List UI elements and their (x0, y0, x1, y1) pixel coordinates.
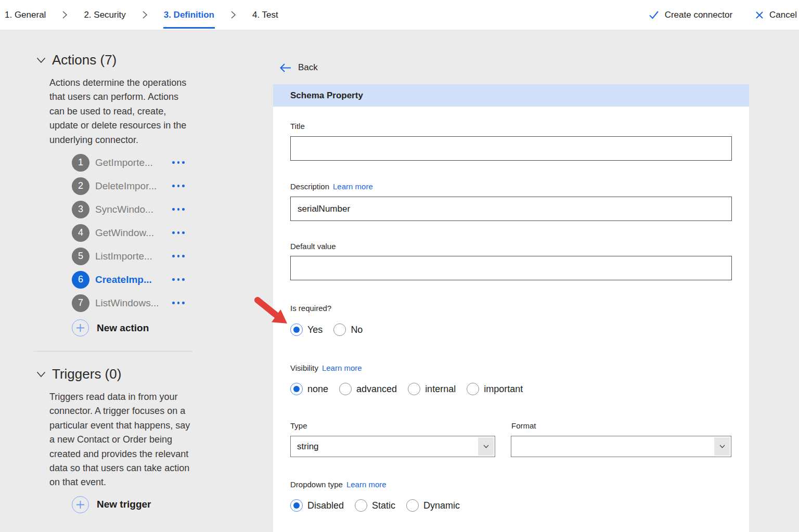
action-number-badge: 5 (72, 248, 89, 265)
radio-unselected-icon (355, 499, 367, 512)
radio-unselected-icon (408, 383, 420, 395)
chevron-right-icon (142, 10, 148, 19)
title-input[interactable] (290, 136, 732, 161)
actions-list: 1 GetImporte... 2 DeleteImpor... 3 SyncW… (34, 151, 200, 315)
tab-security[interactable]: 2. Security (84, 10, 125, 20)
radio-advanced-label: advanced (356, 384, 397, 395)
triggers-section-title: Triggers (0) (52, 366, 121, 382)
radio-selected-icon (290, 499, 303, 512)
type-label: Type (290, 421, 307, 430)
panel-title: Schema Property (273, 84, 749, 107)
radio-internal[interactable]: internal (408, 383, 456, 395)
new-action-button[interactable]: New action (34, 316, 200, 340)
triggers-section-toggle[interactable]: Triggers (0) (34, 366, 200, 382)
action-number-badge: 1 (72, 154, 89, 172)
more-options-icon[interactable] (171, 183, 186, 189)
radio-selected-icon (290, 323, 303, 336)
action-item-3[interactable]: 3 SyncWindo... (34, 198, 200, 221)
action-item-7[interactable]: 7 ListWindows... (34, 291, 200, 315)
description-learn-more-link[interactable]: Learn more (333, 182, 373, 191)
action-label: CreateImp... (95, 274, 163, 286)
actions-section-toggle[interactable]: Actions (7) (34, 52, 200, 68)
radio-unselected-icon (406, 499, 419, 512)
action-item-4[interactable]: 4 GetWindow... (34, 221, 200, 244)
cancel-label: Cancel (769, 10, 797, 20)
more-options-icon[interactable] (171, 253, 186, 259)
chevron-down-icon (478, 437, 494, 456)
type-select[interactable]: string (290, 436, 495, 457)
radio-unselected-icon (339, 383, 352, 395)
radio-selected-icon (290, 383, 303, 395)
radio-advanced[interactable]: advanced (339, 383, 397, 395)
action-number-badge: 4 (72, 224, 89, 242)
radio-yes[interactable]: Yes (290, 323, 323, 336)
type-select-value: string (297, 436, 319, 457)
action-number-badge: 3 (72, 201, 89, 218)
visibility-label: Visibility (290, 364, 318, 372)
definition-sidebar: Actions (7) Actions determine the operat… (34, 52, 200, 516)
more-options-icon[interactable] (171, 276, 186, 283)
back-arrow-icon (279, 63, 291, 73)
radio-no[interactable]: No (333, 323, 363, 336)
more-options-icon[interactable] (171, 159, 186, 166)
action-number-badge: 6 (72, 271, 89, 289)
action-label: ListWindows... (95, 297, 163, 309)
is-required-label: Is required? (290, 304, 331, 313)
action-item-2[interactable]: 2 DeleteImpor... (34, 174, 200, 198)
wizard-steps: 1. General 2. Security 3. Definition 4. … (0, 10, 278, 20)
action-label: GetImporte... (95, 157, 163, 168)
more-options-icon[interactable] (171, 300, 186, 306)
create-connector-button[interactable]: Create connector (649, 10, 732, 20)
radio-no-label: No (351, 325, 363, 335)
back-label: Back (298, 62, 318, 73)
action-item-6-selected[interactable]: 6 CreateImp... (34, 268, 200, 291)
action-label: SyncWindo... (95, 204, 163, 215)
action-item-1[interactable]: 1 GetImporte... (34, 151, 200, 174)
dropdown-type-radio-group: Disabled Static Dynamic (290, 499, 460, 512)
radio-static[interactable]: Static (355, 499, 395, 512)
radio-disabled[interactable]: Disabled (290, 499, 344, 512)
tab-general[interactable]: 1. General (5, 10, 46, 20)
dropdown-type-learn-more-link[interactable]: Learn more (346, 480, 386, 489)
sidebar-divider (34, 351, 192, 352)
title-label: Title (290, 122, 305, 131)
chevron-down-icon (714, 437, 730, 456)
format-select[interactable] (511, 436, 731, 457)
chevron-down-icon (36, 57, 46, 63)
new-trigger-button[interactable]: New trigger (34, 493, 200, 516)
action-number-badge: 2 (72, 177, 89, 195)
radio-static-label: Static (372, 500, 395, 511)
checkmark-icon (649, 10, 659, 19)
visibility-radio-group: none advanced internal important (290, 383, 523, 395)
radio-unselected-icon (333, 323, 346, 336)
default-value-input[interactable] (290, 256, 732, 280)
new-trigger-label: New trigger (97, 499, 151, 510)
radio-important-label: important (484, 384, 523, 395)
cancel-button[interactable]: Cancel (755, 10, 797, 20)
triggers-description: Triggers read data in from your connecto… (49, 390, 191, 490)
wizard-nav: 1. General 2. Security 3. Definition 4. … (0, 0, 799, 30)
actions-description: Actions determine the operations that us… (49, 76, 191, 147)
tab-test[interactable]: 4. Test (252, 10, 278, 20)
more-options-icon[interactable] (171, 206, 186, 213)
chevron-right-icon (62, 10, 68, 19)
create-connector-label: Create connector (665, 10, 732, 20)
schema-property-panel: Schema Property Title Description Learn … (273, 84, 749, 532)
chevron-down-icon (36, 371, 46, 378)
more-options-icon[interactable] (171, 229, 186, 236)
radio-internal-label: internal (425, 384, 456, 395)
description-input[interactable] (290, 197, 732, 221)
new-action-label: New action (97, 322, 149, 334)
back-button[interactable]: Back (279, 62, 318, 73)
visibility-learn-more-link[interactable]: Learn more (322, 364, 362, 372)
radio-dynamic[interactable]: Dynamic (406, 499, 460, 512)
radio-unselected-icon (467, 383, 479, 395)
radio-none[interactable]: none (290, 383, 328, 395)
tab-definition[interactable]: 3. Definition (164, 10, 214, 20)
action-item-5[interactable]: 5 ListImporte... (34, 244, 200, 268)
radio-important[interactable]: important (467, 383, 523, 395)
chevron-right-icon (230, 10, 236, 19)
plus-circle-icon (72, 319, 89, 336)
actions-section-title: Actions (7) (52, 52, 117, 68)
is-required-radio-group: Yes No (290, 323, 363, 336)
